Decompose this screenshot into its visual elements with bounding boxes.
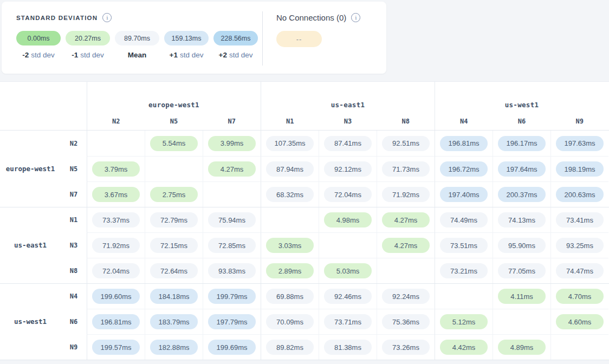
matrix-cell: 182.88ms (145, 334, 203, 360)
matrix-cell: 74.49ms (435, 207, 493, 232)
matrix-cell: 199.69ms (203, 334, 261, 360)
matrix-cell: 92.46ms (319, 284, 377, 309)
matrix-cell: 196.81ms (87, 309, 145, 334)
matrix-cell: 70.09ms (261, 309, 319, 334)
node-column-header: N5 (145, 118, 203, 125)
latency-chip: 75.36ms (382, 314, 430, 329)
matrix-row: N872.04ms72.64ms93.83ms2.89ms5.03ms73.21… (0, 258, 609, 283)
matrix-cell: 4.60ms (550, 309, 608, 334)
latency-chip: 92.24ms (382, 289, 430, 304)
matrix-cell: 93.83ms (203, 258, 261, 283)
latency-chip: 73.37ms (92, 212, 140, 227)
latency-chip: 73.21ms (440, 263, 488, 278)
latency-chip: 183.79ms (150, 314, 198, 329)
latency-chip: 196.72ms (440, 161, 488, 177)
matrix-cell: 107.35ms (261, 131, 319, 156)
matrix-cell: 4.27ms (377, 232, 435, 258)
matrix-cell: 3.99ms (203, 131, 261, 156)
matrix-cell: 196.81ms (435, 131, 493, 156)
node-column-header: N4 (435, 118, 493, 125)
matrix-cell: 3.67ms (87, 181, 145, 207)
latency-chip: 196.81ms (92, 314, 140, 329)
matrix-cell: 73.26ms (377, 334, 435, 360)
matrix-cell: 197.63ms (550, 131, 608, 156)
node-column-header: N6 (493, 118, 551, 125)
matrix-cell: 68.32ms (261, 181, 319, 207)
legend-card: STANDARD DEVIATION i 0.00ms 20.27ms 89.7… (2, 2, 386, 74)
matrix-cell: 75.94ms (203, 207, 261, 232)
latency-chip: 196.81ms (440, 136, 488, 151)
matrix-cell: 199.57ms (87, 334, 145, 360)
latency-matrix: europe-west1N2N5N7us-east1N1N3N8us-west1… (0, 81, 609, 360)
matrix-cell: 74.47ms (550, 258, 608, 283)
latency-chip: 199.79ms (208, 289, 256, 304)
node-column-header: N2 (87, 118, 145, 125)
node-column-header: N7 (203, 118, 261, 125)
matrix-cell: 75.36ms (377, 309, 435, 334)
node-row-label: N4 (61, 292, 87, 300)
matrix-cell: 81.38ms (319, 334, 377, 360)
matrix-cell: 196.17ms (493, 131, 550, 156)
node-row-label: N2 (61, 140, 87, 147)
latency-chip: 199.69ms (208, 340, 256, 355)
latency-chip: 3.67ms (92, 187, 140, 202)
latency-chip: 4.27ms (382, 212, 430, 227)
matrix-cell: 4.27ms (203, 156, 261, 181)
matrix-cell (203, 181, 261, 207)
matrix-cell: 4.98ms (319, 207, 377, 232)
latency-chip: 5.12ms (440, 314, 488, 329)
legend-bucket-label: -2std dev (16, 51, 61, 59)
latency-chip: 197.63ms (556, 136, 604, 151)
no-connection-chip: -- (276, 31, 322, 47)
latency-chip: 200.63ms (556, 187, 604, 202)
info-icon[interactable]: i (102, 13, 112, 22)
latency-chip: 184.18ms (150, 289, 198, 304)
std-deviation-title: STANDARD DEVIATION (16, 15, 98, 21)
latency-chip: 4.27ms (382, 238, 430, 253)
matrix-cell: 197.40ms (435, 181, 493, 207)
matrix-cell: 2.75ms (145, 181, 203, 207)
legend-bucket-label: +2std dev (213, 51, 258, 59)
matrix-cell: 92.51ms (377, 131, 435, 156)
row-header: N4 (0, 284, 87, 309)
latency-chip: 71.92ms (92, 238, 140, 253)
matrix-cell: 196.72ms (435, 156, 493, 181)
row-header: N9 (0, 334, 87, 360)
matrix-cell (550, 334, 608, 360)
matrix-corner-cell (0, 82, 87, 130)
no-connections-section: No Connections (0) i -- (263, 13, 360, 74)
matrix-cell: 73.71ms (319, 309, 377, 334)
legend-chip: 228.56ms (213, 31, 258, 46)
legend-chip: 159.13ms (164, 31, 209, 46)
latency-chip: 4.89ms (498, 340, 546, 355)
matrix-cell: 4.42ms (435, 334, 493, 360)
matrix-cell: 5.12ms (435, 309, 493, 334)
row-header: us-east1N3 (0, 232, 87, 258)
matrix-cell: 71.73ms (377, 156, 435, 181)
matrix-cell: 71.92ms (87, 232, 145, 258)
node-column-headers: N1N3N8 (261, 118, 435, 125)
node-row-label: N9 (61, 343, 87, 351)
latency-chip: 72.04ms (324, 187, 372, 202)
matrix-cell: 4.27ms (377, 207, 435, 232)
latency-chip: 89.82ms (266, 340, 314, 355)
latency-chip: 77.05ms (498, 263, 546, 278)
matrix-cell: 4.89ms (493, 334, 550, 360)
matrix-cell: 87.94ms (261, 156, 319, 181)
info-icon[interactable]: i (351, 13, 360, 22)
no-connections-title: No Connections (0) (276, 13, 346, 22)
matrix-row: N73.67ms2.75ms68.32ms72.04ms71.92ms197.4… (0, 181, 609, 207)
matrix-cell: 72.15ms (145, 232, 203, 258)
matrix-cell: 200.63ms (550, 181, 608, 207)
matrix-cell: 5.03ms (319, 258, 377, 283)
matrix-cell: 3.03ms (261, 232, 319, 258)
latency-chip: 4.60ms (556, 314, 604, 329)
latency-chip: 68.32ms (266, 187, 314, 202)
latency-chip: 4.27ms (208, 161, 256, 177)
latency-chip: 4.98ms (324, 212, 372, 227)
latency-chip: 198.19ms (556, 161, 604, 177)
node-column-header: N8 (377, 118, 435, 125)
latency-chip: 72.79ms (150, 212, 198, 227)
node-column-header: N1 (261, 118, 319, 125)
matrix-cell: 197.64ms (493, 156, 550, 181)
